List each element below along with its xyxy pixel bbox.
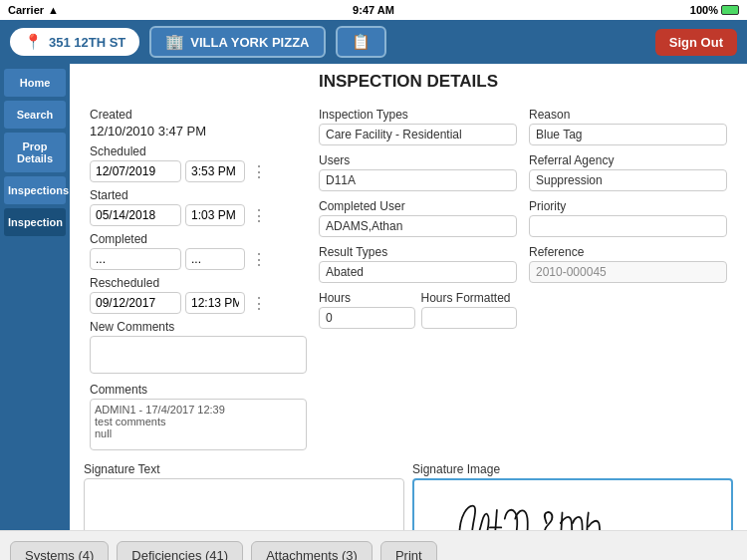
signature-image-box	[412, 478, 733, 530]
result-types-label: Result Types	[319, 245, 517, 259]
hours-formatted-label: Hours Formatted	[421, 291, 518, 305]
priority-label: Priority	[529, 199, 727, 213]
comments-label: Comments	[90, 383, 307, 397]
sidebar-item-home[interactable]: Home	[4, 69, 66, 97]
signature-image-section: Signature Image	[412, 456, 733, 530]
sidebar-item-prop-details[interactable]: Prop Details	[4, 133, 66, 172]
started-row: ⋮	[90, 204, 307, 226]
location-nav[interactable]: 📍 351 12TH ST	[10, 28, 139, 56]
form-col-2: Inspection Types Users Completed User Re…	[313, 102, 523, 450]
sign-out-button[interactable]: Sign Out	[655, 29, 737, 56]
completed-row: ⋮	[90, 248, 307, 270]
battery-icon	[721, 5, 739, 15]
location-icon: 📍	[24, 33, 43, 51]
scheduled-label: Scheduled	[90, 144, 307, 158]
started-label: Started	[90, 188, 307, 202]
scheduled-row: ⋮	[90, 160, 307, 182]
completed-more-btn[interactable]: ⋮	[249, 250, 269, 269]
doc-icon: 📋	[352, 33, 371, 51]
sidebar-item-inspections[interactable]: Inspections	[4, 176, 66, 204]
signature-row: Signature Text Signature Image	[84, 456, 733, 530]
scheduled-date-input[interactable]	[90, 160, 181, 182]
completed-user-label: Completed User	[319, 199, 517, 213]
bottom-tabs: Systems (4) Deficiencies (41) Attachment…	[0, 530, 747, 560]
location-label: 351 12TH ST	[49, 35, 125, 50]
systems-tab[interactable]: Systems (4)	[10, 541, 109, 560]
content-area: INSPECTION DETAILS Created 12/10/2010 3:…	[70, 64, 747, 530]
completed-date-input[interactable]	[90, 248, 181, 270]
hours-formatted-input[interactable]	[421, 307, 518, 329]
attachments-tab[interactable]: Attachments (3)	[251, 541, 373, 560]
reference-input	[529, 261, 727, 283]
form-col-1: Created 12/10/2010 3:47 PM Scheduled ⋮ S…	[84, 102, 313, 450]
rescheduled-row: ⋮	[90, 292, 307, 314]
building-icon: 🏢	[165, 33, 184, 51]
sidebar: Home Search Prop Details Inspections Ins…	[0, 64, 70, 530]
status-bar: Carrier ▲ 9:47 AM 100%	[0, 0, 747, 20]
inspection-types-label: Inspection Types	[319, 108, 517, 122]
form-grid: Created 12/10/2010 3:47 PM Scheduled ⋮ S…	[84, 102, 733, 450]
page-title: INSPECTION DETAILS	[84, 72, 733, 92]
rescheduled-date-input[interactable]	[90, 292, 181, 314]
signature-image-label: Signature Image	[412, 462, 733, 476]
sidebar-item-inspection[interactable]: Inspection	[4, 208, 66, 236]
reason-label: Reason	[529, 108, 727, 122]
users-label: Users	[319, 153, 517, 167]
reason-input[interactable]	[529, 124, 727, 145]
started-time-input[interactable]	[185, 204, 245, 226]
users-input[interactable]	[319, 169, 517, 191]
deficiencies-tab[interactable]: Deficiencies (41)	[117, 541, 243, 560]
hours-input[interactable]	[319, 307, 415, 329]
scheduled-time-input[interactable]	[185, 160, 245, 182]
hours-row: Hours Hours Formatted	[319, 285, 517, 331]
signature-svg	[422, 488, 723, 530]
carrier-label: Carrier	[8, 4, 44, 16]
referral-agency-label: Referral Agency	[529, 153, 727, 167]
new-comments-input[interactable]	[90, 336, 307, 374]
reference-label: Reference	[529, 245, 727, 259]
signature-text-section: Signature Text	[84, 456, 404, 530]
signature-text-box	[84, 478, 404, 530]
completed-user-input[interactable]	[319, 215, 517, 237]
created-value: 12/10/2010 3:47 PM	[90, 124, 307, 139]
referral-agency-input[interactable]	[529, 169, 727, 191]
rescheduled-label: Rescheduled	[90, 276, 307, 290]
priority-input[interactable]	[529, 215, 727, 237]
created-label: Created	[90, 108, 307, 122]
completed-time-input[interactable]	[185, 248, 245, 270]
new-comments-label: New Comments	[90, 320, 307, 334]
inspection-types-input[interactable]	[319, 124, 517, 145]
rescheduled-more-btn[interactable]: ⋮	[249, 294, 269, 313]
form-col-3: Reason Referral Agency Priority Referenc…	[523, 102, 733, 450]
result-types-input[interactable]	[319, 261, 517, 283]
comments-display: ADMIN1 - 17/4/2017 12:39test commentsnul…	[90, 399, 307, 450]
main-layout: Home Search Prop Details Inspections Ins…	[0, 64, 747, 530]
completed-label: Completed	[90, 232, 307, 246]
started-more-btn[interactable]: ⋮	[249, 206, 269, 225]
signature-text-label: Signature Text	[84, 462, 404, 476]
inspect-nav[interactable]: 📋	[336, 26, 386, 58]
building-nav[interactable]: 🏢 VILLA YORK PIZZA	[149, 26, 325, 58]
top-nav: 📍 351 12TH ST 🏢 VILLA YORK PIZZA 📋 Sign …	[0, 20, 747, 64]
started-date-input[interactable]	[90, 204, 181, 226]
sidebar-item-search[interactable]: Search	[4, 101, 66, 129]
battery-label: 100%	[690, 4, 718, 16]
business-label: VILLA YORK PIZZA	[190, 35, 309, 50]
wifi-icon: ▲	[48, 4, 59, 16]
time-display: 9:47 AM	[353, 4, 394, 16]
print-tab[interactable]: Print	[380, 541, 437, 560]
scheduled-more-btn[interactable]: ⋮	[249, 162, 269, 181]
rescheduled-time-input[interactable]	[185, 292, 245, 314]
hours-label: Hours	[319, 291, 415, 305]
